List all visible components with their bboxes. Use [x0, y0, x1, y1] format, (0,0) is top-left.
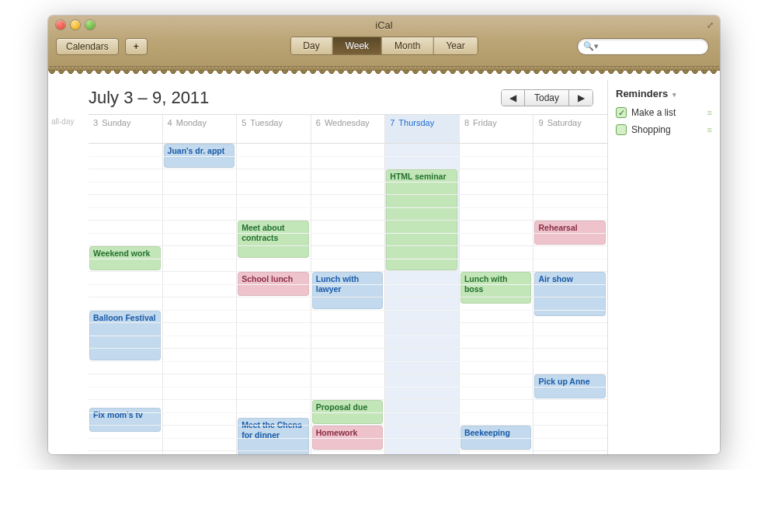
today-button[interactable]: Today — [525, 90, 569, 106]
reminders-title[interactable]: Reminders ▾ — [616, 88, 712, 99]
reminder-checkbox[interactable] — [616, 124, 627, 135]
add-button[interactable]: + — [125, 38, 148, 55]
hour-row: 6 PM — [89, 426, 607, 451]
view-day-button[interactable]: Day — [290, 37, 332, 54]
main-header: July 3 – 9, 2011 ◀ Today ▶ — [48, 80, 607, 114]
view-month-button[interactable]: Month — [382, 37, 433, 54]
fullscreen-icon[interactable]: ⤢ — [707, 20, 714, 30]
reminders-list: ✓Make a list≡Shopping≡ — [616, 104, 712, 138]
hour-row: 9 AM — [89, 195, 607, 221]
main-column: July 3 – 9, 2011 ◀ Today ▶ all-day 3 Sun… — [48, 80, 607, 454]
day-headers-row: 3 Sunday4 Monday5 Tuesday6 Wednesday7 Th… — [89, 114, 607, 144]
allday-label: all-day — [51, 117, 74, 126]
hour-row: 5 PM — [89, 400, 607, 426]
hour-row: 4 PM — [89, 374, 607, 400]
view-year-button[interactable]: Year — [433, 37, 477, 54]
date-nav-control: ◀ Today ▶ — [501, 89, 593, 106]
day-header[interactable]: 6 Wednesday — [311, 115, 386, 143]
day-header[interactable]: 5 Tuesday — [237, 115, 311, 143]
grip-icon[interactable]: ≡ — [707, 108, 712, 117]
search-wrap: 🔍▾ — [577, 38, 709, 55]
reminder-label: Make a list — [631, 107, 676, 118]
hour-row — [89, 451, 607, 454]
caret-down-icon: ▾ — [672, 91, 676, 99]
day-header[interactable]: 4 Monday — [163, 115, 238, 143]
day-header[interactable]: 9 Saturday — [533, 115, 607, 143]
hour-row: 2 PM — [89, 323, 607, 349]
hour-row: 1 PM — [89, 297, 607, 323]
date-range: July 3 – 9, 2011 — [89, 88, 209, 108]
view-week-button[interactable]: Week — [333, 37, 382, 54]
content-area: July 3 – 9, 2011 ◀ Today ▶ all-day 3 Sun… — [48, 80, 720, 454]
hour-row — [89, 144, 607, 169]
calendar-grid: all-day 3 Sunday4 Monday5 Tuesday6 Wedne… — [89, 114, 607, 454]
calendars-button[interactable]: Calendars — [56, 38, 119, 55]
hour-row: Noon — [89, 272, 607, 297]
hour-row: 3 PM — [89, 349, 607, 374]
grid-body[interactable]: Weekend workBalloon FestivalFix mom's tv… — [89, 144, 607, 454]
next-week-button[interactable]: ▶ — [569, 90, 593, 106]
titlebar: iCal ⤢ Calendars + DayWeekMonthYear 🔍▾ — [48, 16, 720, 67]
toolbar-left: Calendars + — [56, 38, 148, 55]
search-icon: 🔍▾ — [583, 41, 599, 51]
reminders-title-label: Reminders — [616, 88, 668, 99]
reminder-checkbox[interactable]: ✓ — [616, 107, 627, 118]
hour-row: 8 AM — [89, 169, 607, 195]
grip-icon[interactable]: ≡ — [707, 125, 712, 134]
window-title: iCal — [48, 19, 720, 31]
day-header[interactable]: 3 Sunday — [89, 115, 163, 143]
prev-week-button[interactable]: ◀ — [502, 90, 525, 106]
hour-row: 11 AM — [89, 246, 607, 272]
day-header[interactable]: 7 Thursday — [385, 115, 460, 143]
reminder-item[interactable]: Shopping≡ — [616, 121, 712, 138]
reminder-label: Shopping — [631, 124, 671, 135]
app-window: iCal ⤢ Calendars + DayWeekMonthYear 🔍▾ J… — [48, 16, 720, 454]
torn-paper-edge — [48, 74, 720, 80]
reminder-item[interactable]: ✓Make a list≡ — [616, 104, 712, 121]
reminders-sidebar: Reminders ▾ ✓Make a list≡Shopping≡ — [607, 80, 720, 454]
day-header[interactable]: 8 Friday — [460, 115, 534, 143]
view-segmented-control: DayWeekMonthYear — [290, 37, 478, 55]
hour-row: 10 AM — [89, 221, 607, 246]
